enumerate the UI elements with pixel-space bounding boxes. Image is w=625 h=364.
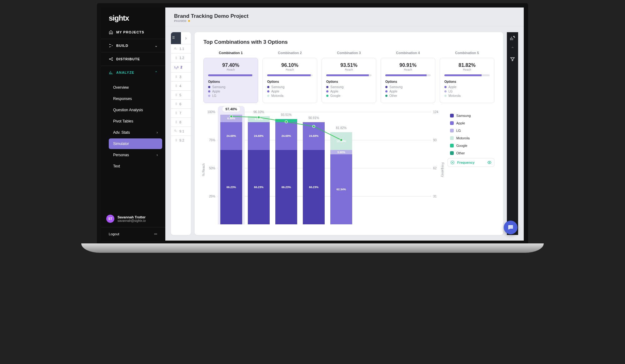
combo-card-5[interactable]: Combination 581.82%ReachOptionsAppleLGMo… <box>440 51 494 103</box>
y2-tick: 93 <box>433 138 437 142</box>
legend-item[interactable]: Other <box>448 149 494 157</box>
question-number: 9.2 <box>179 138 184 142</box>
legend-frequency-toggle[interactable]: Frequency <box>448 158 494 167</box>
sidebar-item-question-analysis[interactable]: Question Analysis <box>109 105 162 115</box>
bar-segment: 24.68% <box>275 122 297 150</box>
question-item-7[interactable]: 7 <box>171 108 191 117</box>
my-projects-link[interactable]: MY PROJECTS <box>101 26 165 39</box>
logout-label: Logout <box>109 232 119 236</box>
svg-point-5 <box>112 60 112 60</box>
sidebar-item-overview[interactable]: Overview <box>109 82 162 93</box>
question-item-1-2[interactable]: 1.2 <box>171 53 191 62</box>
user-name: Savannah Trotter <box>118 215 146 219</box>
question-item-1-1[interactable]: 1.1 <box>171 44 191 53</box>
reach-bar <box>444 74 490 76</box>
y-tick: 100% <box>207 110 215 114</box>
bar-total-label: 96.10% <box>253 110 264 114</box>
options-header: Options <box>385 80 431 83</box>
qnav-list-tab[interactable] <box>171 32 181 44</box>
question-item-4[interactable]: 4 <box>171 81 191 90</box>
option-row: Google <box>326 94 372 97</box>
chevron-right-icon: › <box>157 130 158 135</box>
question-type-icon: 123 <box>174 65 178 70</box>
question-item-5[interactable]: 5 <box>171 90 191 99</box>
view-icon <box>153 232 158 236</box>
y-tick: 25% <box>209 195 215 198</box>
question-type-icon <box>174 120 178 124</box>
option-dot-icon <box>385 90 388 92</box>
panel-title: Top Combinations with 3 Options <box>203 39 494 45</box>
sidebar-item-responses[interactable]: Responses <box>109 93 162 104</box>
legend-swatch-icon <box>450 144 454 147</box>
sidebar-item-simulator[interactable]: Simulator <box>109 138 162 149</box>
sidebar-section-distribute[interactable]: DISTRIBUTE <box>101 52 165 66</box>
sidebar-item-label: Pivot Tables <box>113 119 133 123</box>
combo-card-1[interactable]: Combination 197.40%ReachOptionsSamsungAp… <box>203 51 258 103</box>
logout-link[interactable]: Logout <box>101 227 165 241</box>
question-number: 1.2 <box>179 56 184 60</box>
svg-point-17 <box>489 162 490 163</box>
legend-item[interactable]: Google <box>448 142 494 149</box>
bar-segment: 6.49% <box>220 115 242 122</box>
chat-launcher[interactable] <box>504 221 518 234</box>
collapse-button[interactable]: ⌃ <box>511 46 515 52</box>
chevron-right-icon: › <box>157 153 158 157</box>
legend-item[interactable]: Samsung <box>448 112 494 119</box>
sidebar-item-label: Personas <box>113 153 129 157</box>
svg-point-2 <box>112 45 112 46</box>
reach-value: 93.51% <box>326 62 372 68</box>
combo-card-2[interactable]: Combination 296.10%ReachOptionsSamsungAp… <box>262 51 317 103</box>
project-status-text: PAUSED <box>174 19 187 22</box>
question-number: 1.1 <box>179 47 184 51</box>
option-dot-icon <box>385 86 388 88</box>
avatar: ST <box>106 215 114 223</box>
question-item-9-2[interactable]: 9.2 <box>171 136 191 145</box>
question-item-2[interactable]: 1232 <box>171 62 191 72</box>
options-header: Options <box>444 80 490 83</box>
question-item-9-1[interactable]: 9.1 <box>171 127 191 136</box>
question-type-icon <box>174 138 178 142</box>
legend-item[interactable]: LG <box>448 127 494 134</box>
svg-point-1 <box>109 47 110 47</box>
question-type-icon <box>174 111 178 115</box>
question-item-8[interactable]: 8 <box>171 117 191 127</box>
question-number: 6 <box>179 102 181 106</box>
legend-swatch-icon <box>450 121 454 125</box>
combo-card-3[interactable]: Combination 393.51%ReachOptionsSamsungAp… <box>322 51 376 103</box>
question-item-3[interactable]: 3 <box>171 72 191 81</box>
option-label: Apple <box>271 90 279 93</box>
question-type-icon <box>174 75 178 78</box>
sidebar-item-adv-stats[interactable]: Adv. Stats› <box>109 127 162 138</box>
reach-bar <box>208 74 253 76</box>
option-dot-icon <box>444 86 447 88</box>
chart-legend: SamsungAppleLGMotorolaGoogleOtherFrequen… <box>448 112 494 224</box>
legend-item[interactable]: Apple <box>448 119 494 127</box>
sidebar-section-build[interactable]: BUILD ⌄ <box>101 39 165 52</box>
question-type-icon <box>174 129 178 133</box>
user-block[interactable]: ST Savannah Trotter savannah@sightx.io <box>101 210 165 227</box>
legend-swatch-icon <box>450 129 454 132</box>
bar-segment: 24.68% <box>303 122 325 150</box>
analyze-label: ANALYZE <box>116 71 134 74</box>
sidebar-item-text[interactable]: Text <box>109 161 162 172</box>
option-row: Apple <box>444 85 490 89</box>
reach-label: Reach <box>385 68 431 71</box>
legend-item[interactable]: Motorola <box>448 134 494 142</box>
svg-point-3 <box>109 59 110 59</box>
combo-card-4[interactable]: Combination 490.91%ReachOptionsSamsungAp… <box>381 51 435 103</box>
sidebar-item-personas[interactable]: Personas› <box>109 150 162 160</box>
y2-tick: 31 <box>433 195 437 198</box>
build-label: BUILD <box>116 44 128 47</box>
qnav-next-tab[interactable]: › <box>181 32 191 44</box>
bar-total-label: 90.91% <box>308 116 319 120</box>
sidebar-item-pivot-tables[interactable]: Pivot Tables <box>109 116 162 127</box>
sidebar-section-analyze[interactable]: ANALYZE ⌃ <box>101 66 165 79</box>
project-title: Brand Tracking Demo Project <box>174 13 515 19</box>
bar-segment: 5.19% <box>248 116 270 122</box>
ai-wand-button[interactable] <box>510 35 515 41</box>
distribute-label: DISTRIBUTE <box>116 57 140 61</box>
option-dot-icon <box>267 90 269 92</box>
question-item-6[interactable]: 6 <box>171 99 191 108</box>
filter-button[interactable] <box>510 57 515 62</box>
reach-bar <box>385 74 431 76</box>
